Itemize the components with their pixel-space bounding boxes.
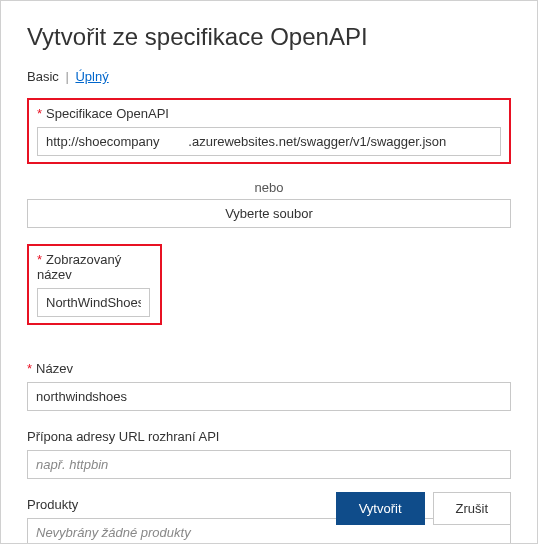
tab-basic[interactable]: Basic bbox=[27, 69, 59, 84]
name-label-text: Název bbox=[36, 361, 73, 376]
name-label: *Název bbox=[27, 361, 511, 376]
tabs-row: Basic | Úplný bbox=[27, 69, 511, 84]
cancel-button[interactable]: Zrušit bbox=[433, 492, 512, 525]
tab-separator: | bbox=[65, 69, 68, 84]
spec-input[interactable] bbox=[37, 127, 501, 156]
name-input[interactable] bbox=[27, 382, 511, 411]
or-text: nebo bbox=[27, 180, 511, 195]
required-mark: * bbox=[37, 252, 42, 267]
display-name-group: *Zobrazovaný název bbox=[27, 244, 511, 343]
spec-label: *Specifikace OpenAPI bbox=[37, 106, 501, 121]
highlight-spec-block: *Specifikace OpenAPI bbox=[27, 98, 511, 164]
required-mark: * bbox=[27, 361, 32, 376]
display-name-label-text: Zobrazovaný název bbox=[37, 252, 121, 282]
display-name-label: *Zobrazovaný název bbox=[37, 252, 152, 282]
spec-label-text: Specifikace OpenAPI bbox=[46, 106, 169, 121]
display-name-input[interactable] bbox=[37, 288, 150, 317]
footer-buttons: Vytvořit Zrušit bbox=[336, 492, 511, 525]
name-group: *Název bbox=[27, 361, 511, 411]
highlight-display-name-block: *Zobrazovaný název bbox=[27, 244, 162, 325]
url-suffix-group: Přípona adresy URL rozhraní API bbox=[27, 429, 511, 479]
url-suffix-label: Přípona adresy URL rozhraní API bbox=[27, 429, 511, 444]
url-suffix-input[interactable] bbox=[27, 450, 511, 479]
select-file-button[interactable]: Vyberte soubor bbox=[27, 199, 511, 228]
page-title: Vytvořit ze specifikace OpenAPI bbox=[27, 23, 511, 51]
tab-full[interactable]: Úplný bbox=[75, 69, 108, 84]
required-mark: * bbox=[37, 106, 42, 121]
create-button[interactable]: Vytvořit bbox=[336, 492, 425, 525]
